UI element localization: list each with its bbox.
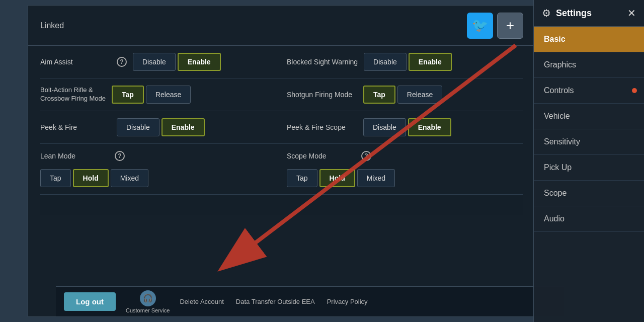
linked-label: Linked: [40, 21, 64, 30]
lean-mixed[interactable]: Mixed: [111, 169, 148, 187]
scope-mixed[interactable]: Mixed: [357, 169, 395, 187]
settings-content: Aim Assist ? Disable Enable Blocked Sigh…: [28, 46, 535, 215]
linked-row: Linked 🐦 +: [28, 6, 535, 46]
peek-fire-row: Peek & Fire Disable Enable Peek & Fire S…: [40, 111, 523, 144]
lean-mode-buttons: Tap Hold Mixed: [40, 169, 277, 187]
aim-assist-row: Aim Assist ? Disable Enable Blocked Sigh…: [40, 46, 523, 78]
peek-fire-label: Peek & Fire: [40, 123, 111, 131]
sidebar-item-controls[interactable]: Controls: [534, 78, 644, 104]
lean-scope-buttons: Tap Hold Mixed Tap Hold Mixed: [40, 169, 523, 187]
sidebar-item-audio[interactable]: Audio: [534, 206, 644, 232]
bolt-action-buttons: Tap Release: [112, 86, 191, 104]
settings-panel: Linked 🐦 + Aim Assist ? Disable Enable B…: [28, 5, 536, 317]
blocked-sight-disable[interactable]: Disable: [364, 53, 407, 71]
lean-scope-row: Lean Mode ? Scope Mode ? Tap Hold Mixed …: [40, 144, 523, 195]
lean-mode-label: Lean Mode: [40, 152, 111, 160]
blocked-sight-enable[interactable]: Enable: [409, 53, 452, 71]
peek-scope-disable[interactable]: Disable: [363, 118, 406, 136]
peek-fire-enable[interactable]: Enable: [162, 118, 205, 136]
sidebar-item-graphics-label: Graphics: [544, 60, 576, 69]
peek-fire-group: Peek & Fire Disable Enable: [40, 118, 277, 136]
sidebar-item-graphics[interactable]: Graphics: [534, 52, 644, 78]
sidebar-title-group: ⚙ Settings: [542, 7, 592, 19]
aim-assist-help[interactable]: ?: [117, 57, 127, 67]
sidebar-item-audio-label: Audio: [544, 214, 565, 223]
data-transfer-link[interactable]: Data Transfer Outside EEA: [236, 298, 315, 305]
bottom-links: Delete Account Data Transfer Outside EEA…: [180, 298, 367, 305]
customer-service-button[interactable]: 🎧 Customer Service: [126, 290, 170, 313]
delete-account-link[interactable]: Delete Account: [180, 298, 223, 305]
customer-service-icon: 🎧: [140, 290, 156, 306]
add-account-button[interactable]: +: [497, 13, 523, 39]
sidebar-item-scope-label: Scope: [544, 189, 567, 197]
sidebar-item-basic-label: Basic: [544, 35, 566, 43]
twitter-button[interactable]: 🐦: [467, 13, 493, 39]
blocked-sight-group: Blocked Sight Warning Disable Enable: [287, 53, 523, 71]
sidebar-item-sensitivity[interactable]: Sensitivity: [534, 129, 644, 155]
scope-label-group: Scope Mode ?: [287, 151, 523, 161]
peek-scope-label: Peek & Fire Scope: [287, 123, 357, 131]
firing-mode-row: Bolt-Action Rifle &Crossbow Firing Mode …: [40, 78, 523, 111]
privacy-policy-link[interactable]: Privacy Policy: [327, 298, 368, 305]
shotgun-release[interactable]: Release: [397, 86, 442, 104]
aim-assist-buttons: Disable Enable: [133, 53, 221, 71]
lean-hold[interactable]: Hold: [73, 169, 109, 187]
peek-fire-buttons: Disable Enable: [117, 118, 205, 136]
sidebar-item-vehicle-label: Vehicle: [544, 112, 570, 120]
bottom-bar: Log out 🎧 Customer Service Delete Accoun…: [56, 286, 564, 316]
close-button[interactable]: ✕: [627, 7, 636, 19]
sidebar-item-pickup[interactable]: Pick Up: [534, 155, 644, 181]
scope-tap[interactable]: Tap: [287, 169, 317, 187]
sidebar-item-sensitivity-label: Sensitivity: [544, 137, 580, 146]
scope-mode-help[interactable]: ?: [361, 151, 371, 161]
lean-mode-help[interactable]: ?: [115, 151, 125, 161]
logout-button[interactable]: Log out: [64, 292, 116, 311]
linked-icons: 🐦 +: [467, 13, 523, 39]
bolt-action-label: Bolt-Action Rifle &Crossbow Firing Mode: [40, 86, 106, 103]
peek-scope-group: Peek & Fire Scope Disable Enable: [287, 118, 523, 136]
sidebar: ⚙ Settings ✕ Basic Graphics Controls Veh…: [533, 0, 644, 322]
scope-hold[interactable]: Hold: [319, 169, 355, 187]
aim-assist-label: Aim Assist: [40, 58, 111, 66]
partial-row: [40, 195, 523, 215]
shotgun-label: Shotgun Firing Mode: [287, 91, 357, 99]
sidebar-item-pickup-label: Pick Up: [544, 163, 572, 172]
blocked-sight-label: Blocked Sight Warning: [287, 58, 358, 66]
sidebar-header: ⚙ Settings ✕: [534, 0, 644, 27]
sidebar-item-scope[interactable]: Scope: [534, 181, 644, 206]
bolt-release[interactable]: Release: [146, 86, 191, 104]
customer-service-label: Customer Service: [126, 307, 170, 313]
bolt-action-group: Bolt-Action Rifle &Crossbow Firing Mode …: [40, 86, 277, 104]
blocked-sight-buttons: Disable Enable: [364, 53, 452, 71]
peek-scope-buttons: Disable Enable: [363, 118, 451, 136]
lean-label-group: Lean Mode ?: [40, 151, 277, 161]
peek-fire-disable[interactable]: Disable: [117, 118, 159, 136]
aim-assist-disable[interactable]: Disable: [133, 53, 176, 71]
controls-notification-dot: [632, 88, 637, 93]
shotgun-buttons: Tap Release: [363, 86, 442, 104]
sidebar-title: Settings: [556, 8, 592, 19]
gear-icon: ⚙: [542, 7, 551, 19]
bolt-tap[interactable]: Tap: [112, 86, 144, 104]
scope-mode-label: Scope Mode: [287, 152, 357, 160]
shotgun-tap[interactable]: Tap: [363, 86, 395, 104]
aim-assist-enable[interactable]: Enable: [178, 53, 221, 71]
lean-scope-labels: Lean Mode ? Scope Mode ?: [40, 151, 523, 164]
sidebar-item-controls-label: Controls: [544, 86, 574, 95]
shotgun-group: Shotgun Firing Mode Tap Release: [287, 86, 523, 104]
aim-assist-group: Aim Assist ? Disable Enable: [40, 53, 277, 71]
sidebar-item-vehicle[interactable]: Vehicle: [534, 104, 644, 129]
sidebar-item-basic[interactable]: Basic: [534, 27, 644, 52]
lean-tap[interactable]: Tap: [40, 169, 71, 187]
peek-scope-enable[interactable]: Enable: [408, 118, 451, 136]
scope-mode-buttons: Tap Hold Mixed: [287, 169, 523, 187]
